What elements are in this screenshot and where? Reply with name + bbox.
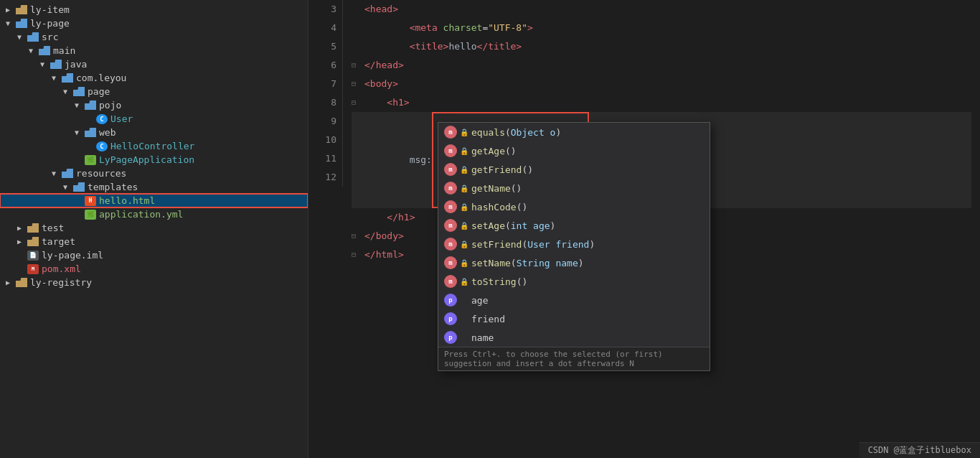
tree-item-main[interactable]: main (0, 44, 308, 57)
tree-item-application-yml[interactable]: 🌿 application.yml (0, 207, 308, 221)
tree-label: resources (76, 168, 126, 179)
tree-item-templates[interactable]: templates (0, 180, 308, 194)
arrow-icon (52, 169, 62, 177)
arrow-icon (17, 224, 27, 232)
code-line-7: ⊟ <body> (352, 75, 971, 93)
lock-icon: 🔒 (460, 166, 468, 174)
arrow-icon (6, 19, 16, 27)
ac-label: equals(Object o) (471, 127, 561, 138)
code-editor: 3 4 5 6 7 8 9 10 11 12 <head> <meta char… (308, 0, 980, 458)
ac-item-name[interactable]: p 🔒 name (438, 328, 710, 347)
method-icon: m (444, 219, 457, 232)
ac-item-setFriend[interactable]: m 🔒 setFriend(User friend) (438, 235, 710, 253)
arrow-icon (75, 128, 85, 136)
gutter-8: ⊟ (352, 93, 364, 112)
ac-item-setName[interactable]: m 🔒 setName(String name) (438, 253, 710, 272)
method-icon: m (444, 200, 457, 213)
gutter-7: ⊟ (352, 75, 364, 93)
arrow-icon (63, 183, 73, 191)
tree-item-hello-html[interactable]: H hello.html (0, 194, 308, 207)
ac-item-toString[interactable]: m 🔒 toString() (438, 272, 710, 291)
ac-item-getName[interactable]: m 🔒 getName() (438, 179, 710, 197)
gutter-6: ⊟ (352, 56, 364, 75)
ac-item-getFriend[interactable]: m 🔒 getFriend() (438, 160, 710, 179)
ac-item-hashCode[interactable]: m 🔒 hashCode() (438, 197, 710, 216)
tree-item-src[interactable]: src (0, 30, 308, 44)
tree-label: page (88, 86, 110, 97)
ac-label: setName(String name) (471, 258, 584, 268)
tree-item-test[interactable]: test (0, 221, 308, 235)
line-numbers: 3 4 5 6 7 8 9 10 11 12 (308, 0, 343, 187)
gutter-11: ⊟ (352, 227, 364, 246)
tree-item-ly-registry[interactable]: ly-registry (0, 276, 308, 289)
tree-item-java[interactable]: java (0, 57, 308, 71)
tree-item-ly-item[interactable]: ly-item (0, 3, 308, 17)
folder-closed-icon (16, 5, 27, 14)
gutter-10 (352, 208, 364, 227)
folder-closed-icon (27, 237, 39, 246)
ac-label: setFriend(User friend) (471, 239, 595, 250)
tree-item-HelloController[interactable]: C HelloController (0, 139, 308, 153)
tree-item-User[interactable]: C User (0, 112, 308, 126)
tree-item-pojo[interactable]: pojo (0, 98, 308, 112)
tree-label: ly-registry (30, 277, 92, 288)
tree-item-resources[interactable]: resources (0, 167, 308, 180)
tree-label: com.leyou (76, 73, 126, 83)
ac-label: toString() (471, 276, 527, 287)
footer-text: Press Ctrl+. to choose the selected (or … (444, 350, 663, 368)
method-icon: m (444, 126, 457, 139)
ac-item-friend[interactable]: p 🔒 friend (438, 309, 710, 328)
ac-item-equals[interactable]: m 🔒 equals(Object o) (438, 123, 710, 141)
folder-open-icon (85, 128, 96, 137)
ac-label: age (471, 295, 488, 306)
iml-file-icon: 📄 (27, 251, 39, 261)
folder-closed-icon (16, 278, 27, 287)
tree-item-pom-xml[interactable]: M pom.xml (0, 262, 308, 276)
tree-item-LyPageApplication[interactable]: 🌿 LyPageApplication (0, 153, 308, 167)
folder-open-icon (62, 73, 73, 83)
tree-item-com-leyou[interactable]: com.leyou (0, 71, 308, 85)
ac-item-setAge[interactable]: m 🔒 setAge(int age) (438, 216, 710, 235)
yml-file-icon: 🌿 (85, 210, 96, 220)
tree-item-target[interactable]: target (0, 235, 308, 248)
arrow-icon (29, 47, 39, 55)
ac-item-getAge[interactable]: m 🔒 getAge() (438, 141, 710, 160)
code-line-4: <meta charset="UTF-8" > (352, 19, 971, 37)
folder-open-icon (73, 182, 85, 192)
folder-closed-icon (27, 223, 39, 233)
tree-item-ly-page-iml[interactable]: 📄 ly-page.iml (0, 248, 308, 262)
property-icon: p (444, 312, 457, 325)
tree-label: ly-page (30, 18, 70, 29)
file-tree[interactable]: ly-item ly-page src main java com.leyou … (0, 0, 308, 458)
ac-label: hashCode() (471, 202, 527, 212)
tree-label: web (99, 127, 116, 138)
tree-item-page[interactable]: page (0, 85, 308, 98)
ac-item-age[interactable]: p 🔒 age (438, 291, 710, 309)
lock-icon: 🔒 (460, 147, 468, 155)
spring-icon: 🌿 (85, 155, 96, 165)
tree-item-ly-page[interactable]: ly-page (0, 17, 308, 30)
lock-icon: 🔒 (460, 222, 468, 230)
tree-label: src (42, 32, 58, 42)
arrow-icon (63, 88, 73, 95)
autocomplete-footer: Press Ctrl+. to choose the selected (or … (438, 347, 710, 370)
tree-label: HelloController (110, 141, 194, 151)
property-icon: p (444, 294, 457, 307)
folder-open-icon (27, 32, 39, 42)
gutter-4 (352, 19, 364, 37)
tree-label: application.yml (99, 209, 183, 220)
gutter-3 (352, 0, 364, 19)
lock-icon: 🔒 (460, 203, 468, 211)
arrow-icon (75, 101, 85, 109)
folder-open-icon (73, 87, 85, 96)
folder-open-icon (16, 19, 27, 28)
arrow-icon (6, 279, 16, 286)
tree-item-web[interactable]: web (0, 126, 308, 139)
code-line-3: <head> (352, 0, 971, 19)
java-class-icon: C (96, 114, 108, 124)
tree-label: pojo (99, 100, 121, 111)
autocomplete-dropdown[interactable]: m 🔒 equals(Object o) m 🔒 getAge() m 🔒 ge… (438, 122, 710, 371)
ac-label: setAge(int age) (471, 220, 555, 231)
ac-label: name (471, 332, 494, 343)
java-class-icon: C (96, 141, 108, 151)
